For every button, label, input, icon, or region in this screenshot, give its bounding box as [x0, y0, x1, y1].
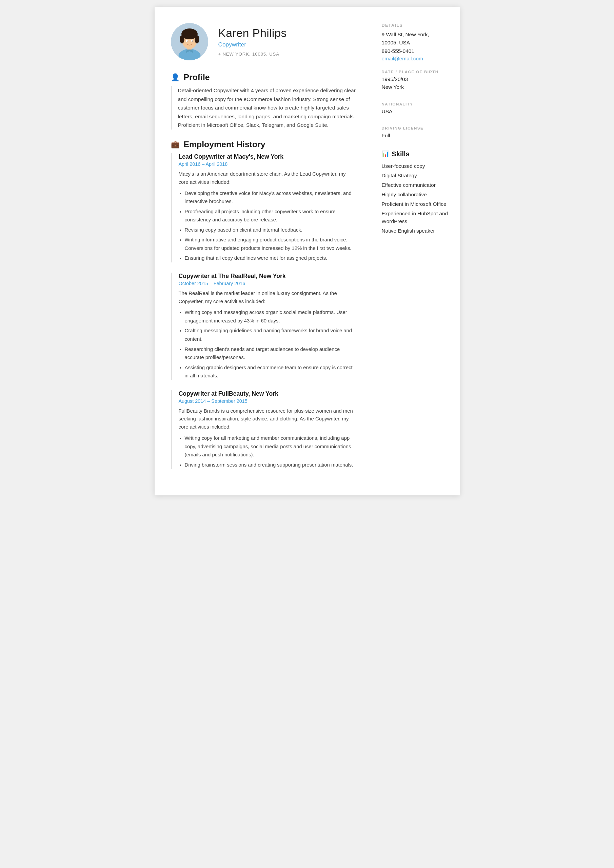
skill-item: Effective communicator [382, 181, 450, 189]
list-item: Driving brainstorm sessions and creating… [185, 461, 357, 469]
profile-title-row: 👤 Profile [171, 73, 357, 82]
list-item: Writing copy for all marketing and membe… [185, 434, 357, 459]
skill-item: Proficient in Microsoft Office [382, 200, 450, 208]
sidebar-column: Details 9 Wall St, New York,10005, USA 8… [372, 7, 460, 495]
location-icon: ⌖ [219, 52, 221, 57]
profile-title: Profile [184, 73, 210, 82]
skill-item: Highly collaborative [382, 191, 450, 198]
candidate-location: ⌖ NEW YORK, 10005, USA [219, 51, 287, 57]
job-dates: October 2015 – February 2016 [179, 281, 357, 286]
profile-icon: 👤 [171, 73, 180, 81]
skill-item: Digital Strategy [382, 172, 450, 179]
employment-icon: 💼 [171, 140, 180, 149]
skills-title-row: 📊 Skills [382, 150, 450, 158]
job-title: Lead Copywriter at Macy's, New York [179, 153, 357, 160]
employment-section: 💼 Employment History Lead Copywriter at … [171, 140, 357, 469]
job-block: Copywriter at The RealReal, New YorkOcto… [171, 273, 357, 380]
header-info: Karen Philips Copywriter ⌖ NEW YORK, 100… [219, 27, 287, 57]
job-bullets: Writing copy for all marketing and membe… [179, 434, 357, 469]
details-label: Details [382, 23, 450, 28]
job-title: Copywriter at FullBeauty, New York [179, 390, 357, 397]
list-item: Writing informative and engaging product… [185, 236, 357, 252]
job-dates: April 2016 – April 2018 [179, 161, 357, 167]
avatar [171, 23, 208, 60]
job-bullets: Writing copy and messaging across organi… [179, 308, 357, 380]
nationality-value: USA [382, 107, 450, 115]
sidebar-skills: 📊 Skills User-focused copyDigital Strate… [382, 150, 450, 235]
list-item: Developing the creative voice for Macy's… [185, 189, 357, 206]
skill-item: User-focused copy [382, 162, 450, 170]
sidebar-details: Details 9 Wall St, New York,10005, USA 8… [382, 23, 450, 62]
job-bullets: Developing the creative voice for Macy's… [179, 189, 357, 262]
list-item: Researching client's needs and target au… [185, 345, 357, 362]
profile-section: 👤 Profile Detail-oriented Copywriter wit… [171, 73, 357, 130]
skill-item: Native English speaker [382, 227, 450, 235]
list-item: Proofreading all projects including othe… [185, 208, 357, 224]
employment-title: Employment History [184, 140, 265, 149]
dob-value: 1995/20/03New York [382, 75, 450, 91]
sidebar-nationality: NATIONALITY USA [382, 102, 450, 115]
main-column: Karen Philips Copywriter ⌖ NEW YORK, 100… [155, 7, 372, 495]
license-value: Full [382, 132, 450, 140]
skills-title: Skills [392, 150, 409, 158]
list-item: Revising copy based on client and intern… [185, 226, 357, 234]
nationality-label: NATIONALITY [382, 102, 450, 106]
jobs-container: Lead Copywriter at Macy's, New YorkApril… [171, 153, 357, 469]
candidate-name: Karen Philips [219, 27, 287, 40]
svg-point-9 [183, 29, 195, 37]
sidebar-address: 9 Wall St, New York,10005, USA [382, 31, 450, 47]
job-block: Copywriter at FullBeauty, New YorkAugust… [171, 390, 357, 469]
list-item: Crafting messaging guidelines and naming… [185, 327, 357, 343]
svg-point-8 [195, 35, 199, 43]
list-item: Assisting graphic designers and ecommerc… [185, 363, 357, 380]
sidebar-phone: 890-555-0401 [382, 48, 450, 54]
list-item: Writing copy and messaging across organi… [185, 308, 357, 325]
candidate-title: Copywriter [219, 41, 287, 48]
sidebar-email[interactable]: email@email.com [382, 56, 423, 61]
job-dates: August 2014 – September 2015 [179, 398, 357, 404]
job-desc: Macy's is an American department store c… [179, 170, 357, 186]
header-section: Karen Philips Copywriter ⌖ NEW YORK, 100… [171, 23, 357, 60]
license-label: DRIVING LICENSE [382, 126, 450, 130]
skill-item: Experienced in HubSpot and WordPress [382, 209, 450, 225]
list-item: Ensuring that all copy deadlines were me… [185, 254, 357, 262]
resume-container: Karen Philips Copywriter ⌖ NEW YORK, 100… [155, 7, 460, 495]
dob-label: DATE / PLACE OF BIRTH [382, 70, 450, 74]
profile-text: Detail-oriented Copywriter with 4 years … [171, 86, 357, 130]
job-desc: The RealReal is the market leader in onl… [179, 290, 357, 306]
job-title: Copywriter at The RealReal, New York [179, 273, 357, 280]
sidebar-license: DRIVING LICENSE Full [382, 126, 450, 140]
employment-title-row: 💼 Employment History [171, 140, 357, 149]
svg-point-12 [186, 41, 188, 42]
svg-point-7 [180, 35, 185, 43]
job-desc: FullBeauty Brands is a comprehensive res… [179, 407, 357, 431]
skills-icon: 📊 [382, 150, 389, 158]
sidebar-dob: DATE / PLACE OF BIRTH 1995/20/03New York [382, 70, 450, 91]
job-block: Lead Copywriter at Macy's, New YorkApril… [171, 153, 357, 262]
svg-point-13 [192, 41, 193, 42]
skills-container: User-focused copyDigital StrategyEffecti… [382, 162, 450, 235]
